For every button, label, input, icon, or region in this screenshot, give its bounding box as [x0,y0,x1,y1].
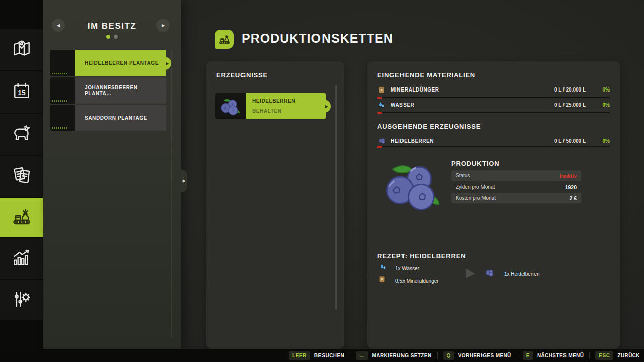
product-mode: BEHALTEN [252,108,282,114]
key-q: Q [443,351,454,360]
sidebar-tab-calendar[interactable]: 15 [0,71,43,113]
plantation-thumbnail [50,105,75,131]
key-e: E [523,351,533,360]
sidebar-tab-settings[interactable] [0,280,43,320]
hint-label: MARKIERUNG SETZEN [372,353,432,358]
statistics-icon [11,247,33,271]
fertilizer-icon [378,275,386,285]
divider [350,352,350,359]
row-value: 2 € [569,195,577,201]
table-row-status: Status Inaktiv [451,170,581,181]
list-item-plantation-1[interactable]: HEIDELBEEREN PLANTAGE ▶ [50,50,166,76]
output-label: HEIDELBERREN [391,138,554,144]
plantation-thumbnail [50,50,75,76]
ownership-scrollbar[interactable] [171,50,172,338]
production-chains-icon [215,30,234,49]
chevron-right-icon: ▶ [325,104,328,108]
ownership-panel: ◀ ▶ IM BESITZ HEIDELBEEREN PLANTAGE ▶ JO… [43,0,181,349]
blueberries-illustration [381,155,443,216]
product-name: HEIDELBERREN [252,98,295,104]
input-fill-bar [377,112,610,113]
recipe-ingredient: 0,5x Mineraldünger [395,278,439,284]
svg-text:15: 15 [18,89,26,97]
production-table: Status Inaktiv Zyklen pro Monat 1920 Kos… [451,170,581,204]
row-label: Zyklen pro Monat [456,184,495,190]
status-badge: Inaktiv [560,173,577,179]
sidebar-tab-production[interactable] [0,198,43,237]
input-percent: 0% [594,102,610,108]
page-dots [43,35,181,39]
page-dot-active [106,35,110,39]
ownership-title: IM BESITZ [43,21,181,31]
divider [589,352,590,359]
output-amount: 0 L / 50.000 L [554,138,586,144]
list-item-plantation-3[interactable]: SANDDORN PLANTAGE [50,105,166,131]
product-item-blueberries[interactable]: HEIDELBERREN BEHALTEN ▶ [215,93,336,119]
calendar-icon: 15 [11,80,33,104]
output-fill-bar [377,146,610,147]
outputs-title: AUSGEHENDE ERZEUGNISSE [377,123,481,130]
output-percent: 0% [594,138,610,144]
water-icon [379,263,387,273]
hint-previous-menu: Q VORHERIGES MENÜ [443,351,511,360]
hint-label: VORHERIGES MENÜ [458,353,511,358]
table-row-costs: Kosten pro Monat 2 € [451,193,581,203]
hint-visit: LEER BESUCHEN [289,351,344,360]
recipe-ingredient: 1x Wasser [395,266,419,272]
recipe-title: REZEPT: HEIDELBERREN [377,252,466,260]
plantation-label: HEIDELBEEREN PLANTAGE [85,60,159,66]
plantation-label: JOHANNESBEEREN PLANTA... [85,85,166,96]
row-label: Status [456,173,470,178]
row-value: 1920 [565,184,577,190]
input-label: MINERALDÜNGER [391,87,554,93]
product-item-body: HEIDELBERREN BEHALTEN ▶ [246,93,326,119]
production-icon [11,206,33,230]
input-fill-bar [377,97,610,98]
key-space: LEER [289,351,310,360]
chevron-right-icon: ▶ [166,61,169,65]
production-title: PRODUKTION [451,160,499,167]
table-row-cycles: Zyklen pro Monat 1920 [451,182,581,192]
page-title: PRODUKTIONSKETTEN [242,31,393,46]
input-label: WASSER [391,102,554,108]
sidebar-tab-animals[interactable] [0,114,43,155]
plantation-label: SANDDORN PLANTAGE [85,115,147,121]
hint-back: ESC ZURÜCK [595,351,640,360]
sidebar-tab-map[interactable] [0,29,43,70]
list-item-plantation-2[interactable]: JOHANNESBEEREN PLANTA... [50,77,166,104]
recipe-arrow-icon: ▶ [466,266,475,279]
panel-collapse-handle[interactable]: ▶ [181,170,187,192]
blueberry-icon [484,268,494,279]
map-icon [11,38,33,62]
output-row-blueberries: HEIDELBERREN 0 L / 50.000 L 0% [377,136,610,146]
key-tab: ↔ [356,351,368,360]
input-amount: 0 L / 20.000 L [554,87,586,93]
settings-icon [11,288,33,312]
input-amount: 0 L / 25.000 L [554,102,586,108]
hint-set-marker: ↔ MARKIERUNG SETZEN [356,351,431,360]
blueberry-icon [377,137,386,145]
details-panel: EINGEHENDE MATERIALIEN MINERALDÜNGER 0 L… [367,61,620,349]
hint-label: ZURÜCK [617,353,640,358]
hint-label: NÄCHSTES MENÜ [537,353,584,358]
row-label: Kosten pro Monat [456,195,496,201]
sidebar-tab-contracts[interactable] [0,156,43,197]
input-percent: 0% [594,87,610,93]
recipe-result: 1x Heidelberren [504,271,540,277]
hint-next-menu: E NÄCHSTES MENÜ [523,351,584,360]
fertilizer-icon [377,85,386,94]
documents-icon [11,164,33,189]
input-row-water: WASSER 0 L / 25.000 L 0% [377,100,610,110]
blueberry-image [215,93,246,119]
sidebar-tab-statistics[interactable] [0,238,43,279]
plantation-thumbnail [50,77,75,104]
products-title: ERZEUGNISSE [216,71,268,79]
divider [517,352,517,359]
cow-icon [11,122,33,146]
divider [437,352,438,359]
products-panel: ERZEUGNISSE HEIDELBERREN BEHALTEN ▶ [206,61,344,349]
products-scrollbar[interactable] [335,85,337,309]
water-icon [377,101,386,109]
input-row-fertilizer: MINERALDÜNGER 0 L / 20.000 L 0% [377,84,610,95]
bottom-hint-bar: LEER BESUCHEN ↔ MARKIERUNG SETZEN Q VORH… [0,349,644,362]
